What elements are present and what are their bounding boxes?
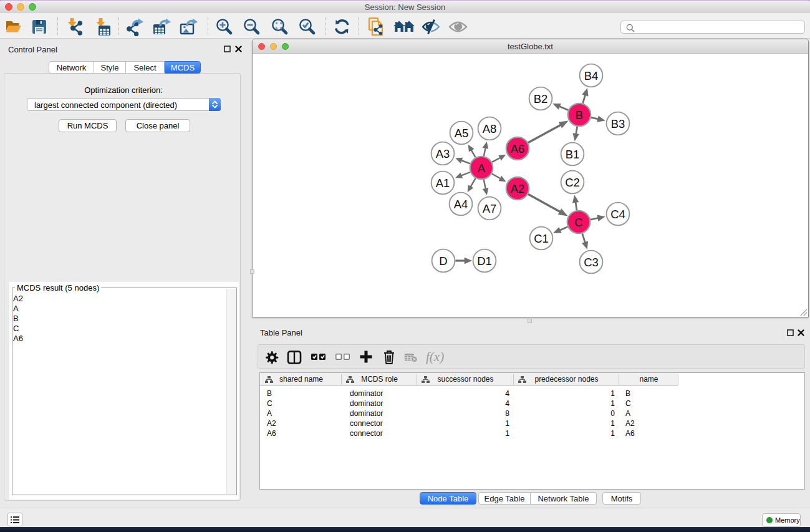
svg-text:A7: A7 xyxy=(483,202,497,215)
svg-text:A4: A4 xyxy=(454,198,468,211)
svg-text:C2: C2 xyxy=(565,176,580,189)
svg-text:A1: A1 xyxy=(436,177,450,190)
svg-text:A: A xyxy=(478,162,486,175)
svg-text:A5: A5 xyxy=(455,127,469,140)
svg-text:C: C xyxy=(574,216,582,229)
svg-text:C3: C3 xyxy=(584,256,599,269)
svg-text:D: D xyxy=(439,254,447,268)
svg-text:A3: A3 xyxy=(436,147,450,160)
svg-text:B4: B4 xyxy=(584,69,599,82)
svg-text:D1: D1 xyxy=(477,254,492,268)
svg-text:A6: A6 xyxy=(511,142,525,155)
svg-text:C4: C4 xyxy=(610,208,625,221)
svg-text:A8: A8 xyxy=(483,122,497,135)
svg-text:B2: B2 xyxy=(534,92,548,105)
svg-text:A2: A2 xyxy=(511,182,525,195)
svg-text:B3: B3 xyxy=(611,117,625,130)
svg-text:B1: B1 xyxy=(566,148,580,161)
svg-text:B: B xyxy=(576,109,583,122)
svg-text:C1: C1 xyxy=(534,232,549,245)
